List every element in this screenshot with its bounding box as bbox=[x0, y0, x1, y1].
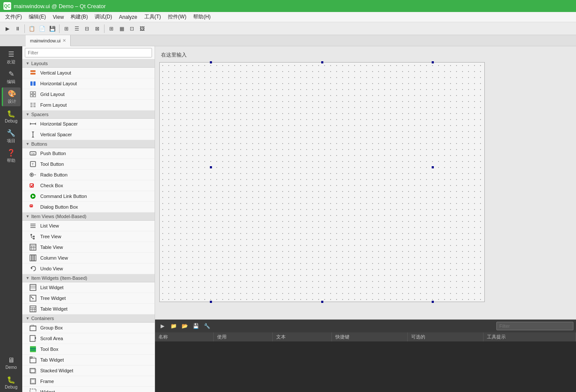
filter-input[interactable] bbox=[25, 48, 152, 57]
bottom-btn-4[interactable]: 💾 bbox=[191, 321, 200, 331]
canvas-scroll[interactable]: 在这里输入 bbox=[155, 46, 576, 319]
widget-item-pushbutton[interactable]: OKPush Button bbox=[22, 148, 155, 159]
bottom-btn-1[interactable]: ▶ bbox=[158, 321, 167, 331]
menu-item-e[interactable]: 编辑(E) bbox=[25, 12, 49, 21]
section-header-itemviewsmodelbased[interactable]: ▼Item Views (Model-Based) bbox=[22, 212, 155, 221]
widget-label: Tool Box bbox=[40, 347, 58, 352]
toolbar-btn-4[interactable]: 📄 bbox=[37, 24, 47, 33]
menu-item-w[interactable]: 控件(W) bbox=[164, 12, 190, 21]
menu-item-t[interactable]: 工具(T) bbox=[141, 12, 164, 21]
widget-label: Widget bbox=[40, 389, 55, 392]
svg-marker-18 bbox=[32, 132, 34, 133]
widget-item-tablewidget[interactable]: Table Widget bbox=[22, 304, 155, 314]
widget-item-treeview[interactable]: Tree View bbox=[22, 231, 155, 242]
widget-item-tableview[interactable]: Table View bbox=[22, 242, 155, 253]
canvas-frame[interactable] bbox=[159, 62, 485, 302]
widget-item-groupbox[interactable]: GBGroup Box bbox=[22, 323, 155, 333]
widget-icon-pushbutton: OK bbox=[29, 150, 37, 157]
widget-item-commandlinkbutton[interactable]: Command Link Button bbox=[22, 191, 155, 202]
sidebar-item-debug[interactable]: 🐛 Debug bbox=[2, 107, 21, 126]
toolbar-btn-8[interactable]: ⊟ bbox=[82, 24, 92, 33]
toolbar-btn-5[interactable]: 💾 bbox=[48, 24, 57, 33]
toolbar-btn-7[interactable]: ☰ bbox=[72, 24, 81, 33]
svg-rect-2 bbox=[30, 81, 33, 86]
menu-item-d[interactable]: 调试(D) bbox=[91, 12, 116, 21]
widget-icon-toolbutton: T bbox=[29, 160, 37, 168]
widget-item-horizontallayout[interactable]: Horizontal Layout bbox=[22, 78, 155, 89]
widget-item-toolbutton[interactable]: TTool Button bbox=[22, 159, 155, 170]
widget-item-verticallayout[interactable]: Vertical Layout bbox=[22, 68, 155, 78]
widget-label: List Widget bbox=[40, 285, 63, 290]
sidebar-item-help[interactable]: ❓ 帮助 bbox=[2, 147, 21, 165]
section-header-itemwidgetsitembased[interactable]: ▼Item Widgets (Item-Based) bbox=[22, 274, 155, 282]
widget-item-widget[interactable]: Widget bbox=[22, 387, 155, 392]
bottom-toolbar: ▶ 📁 📂 💾 🔧 bbox=[155, 320, 576, 332]
toolbar-btn-2[interactable]: ⏸ bbox=[13, 24, 22, 33]
menu-item-f[interactable]: 文件(F) bbox=[2, 12, 25, 21]
canvas-hint: 在这里输入 bbox=[159, 51, 572, 60]
widget-label: Group Box bbox=[40, 325, 63, 330]
widget-item-verticalspacer[interactable]: Vertical Spacer bbox=[22, 129, 155, 140]
section-header-containers[interactable]: ▼Containers bbox=[22, 314, 155, 323]
widget-item-listwidget[interactable]: List Widget bbox=[22, 282, 155, 293]
toolbar-btn-12[interactable]: ⊡ bbox=[127, 24, 137, 33]
widget-item-dialogbuttonbox[interactable]: Dialog Button Box bbox=[22, 202, 155, 212]
widget-item-radiobutton[interactable]: Radio Button bbox=[22, 170, 155, 180]
section-label: Spacers bbox=[31, 112, 48, 117]
svg-rect-13 bbox=[33, 106, 36, 107]
sidebar-item-debug2[interactable]: 🐛 Debug bbox=[2, 373, 21, 392]
sidebar-item-demo[interactable]: 🖥 Demo bbox=[2, 353, 21, 372]
help-icon: ❓ bbox=[7, 149, 15, 157]
bottom-filter-input[interactable] bbox=[496, 322, 573, 330]
sidebar-item-project[interactable]: 🔧 项目 bbox=[2, 127, 21, 146]
menu-item-h[interactable]: 帮助(H) bbox=[190, 12, 214, 21]
section-header-buttons[interactable]: ▼Buttons bbox=[22, 140, 155, 148]
sidebar-item-design[interactable]: 🎨 设计 bbox=[2, 87, 21, 106]
widget-item-gridlayout[interactable]: Grid Layout bbox=[22, 89, 155, 100]
table-col-4: 可选的 bbox=[407, 332, 483, 341]
toolbar-btn-9[interactable]: ⊠ bbox=[93, 24, 102, 33]
sidebar-item-welcome[interactable]: ☰ 欢迎 bbox=[2, 48, 21, 67]
widget-item-checkbox[interactable]: Check Box bbox=[22, 180, 155, 191]
widget-item-undoview[interactable]: Undo View bbox=[22, 263, 155, 274]
tab-mainwindow[interactable]: mainwindow.ui ✕ bbox=[26, 35, 71, 46]
bottom-btn-5[interactable]: 🔧 bbox=[202, 321, 212, 331]
svg-rect-69 bbox=[35, 337, 36, 339]
widget-item-toolbox[interactable]: Tool Box bbox=[22, 344, 155, 355]
toolbar-btn-1[interactable]: ▶ bbox=[3, 24, 12, 33]
widget-item-frame[interactable]: Frame bbox=[22, 376, 155, 387]
toolbar-btn-10[interactable]: ⊞ bbox=[107, 24, 116, 33]
menu-item-view[interactable]: View bbox=[49, 13, 67, 21]
sidebar-item-edit[interactable]: ✎ 编辑 bbox=[2, 68, 21, 87]
svg-rect-58 bbox=[30, 306, 36, 312]
widget-item-treewidget[interactable]: Tree Widget bbox=[22, 293, 155, 304]
toolbar-btn-6[interactable]: ⊞ bbox=[62, 24, 71, 33]
widget-icon-verticallayout bbox=[29, 69, 37, 77]
widget-item-horizontalspacer[interactable]: Horizontal Spacer bbox=[22, 119, 155, 129]
section-header-spacers[interactable]: ▼Spacers bbox=[22, 111, 155, 119]
menu-item-b[interactable]: 构建(B) bbox=[67, 12, 91, 21]
toolbar-btn-3[interactable]: 📋 bbox=[27, 24, 36, 33]
widget-icon-horizontallayout bbox=[29, 80, 37, 87]
widget-item-scrollarea[interactable]: Scroll Area bbox=[22, 333, 155, 344]
widget-item-columnview[interactable]: Column View bbox=[22, 253, 155, 263]
widget-label: Tool Button bbox=[40, 162, 64, 167]
bottom-btn-2[interactable]: 📁 bbox=[169, 321, 178, 331]
section-header-layouts[interactable]: ▼Layouts bbox=[22, 60, 155, 68]
sidebar-label-debug: Debug bbox=[5, 119, 17, 123]
widget-item-tabwidget[interactable]: Tab Widget bbox=[22, 355, 155, 365]
table-col-3: 快捷键 bbox=[331, 332, 407, 341]
widget-item-formlayout[interactable]: Form Layout bbox=[22, 100, 155, 111]
tab-close-icon[interactable]: ✕ bbox=[63, 38, 66, 43]
svg-rect-9 bbox=[30, 105, 33, 105]
sidebar-label-welcome: 欢迎 bbox=[7, 59, 15, 65]
debug2-icon: 🐛 bbox=[7, 376, 15, 384]
bottom-btn-3[interactable]: 📂 bbox=[180, 321, 189, 331]
menu-item-analyze[interactable]: Analyze bbox=[116, 13, 141, 21]
toolbar-btn-13[interactable]: 🖼 bbox=[137, 24, 147, 33]
widget-item-listview[interactable]: List View bbox=[22, 221, 155, 231]
widget-icon-widget bbox=[29, 388, 37, 392]
section-arrow: ▼ bbox=[26, 316, 30, 320]
toolbar-btn-11[interactable]: ▦ bbox=[117, 24, 126, 33]
widget-item-stackedwidget[interactable]: Stacked Widget bbox=[22, 365, 155, 376]
